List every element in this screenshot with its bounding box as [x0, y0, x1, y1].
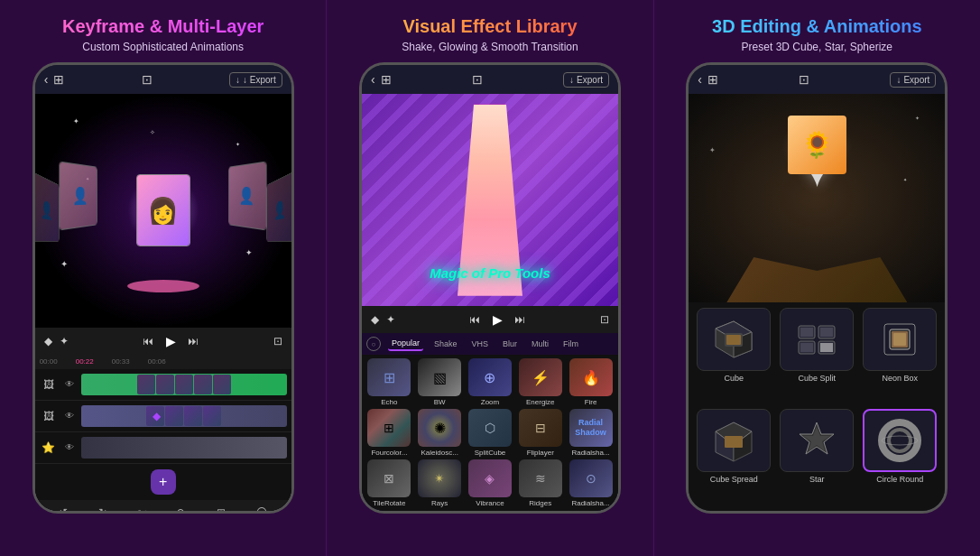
diamond-icon-2[interactable]: ◆: [371, 313, 379, 326]
tab-multi[interactable]: Multi: [528, 338, 552, 350]
copy-icon-1[interactable]: ⊞: [217, 506, 226, 511]
tab-shake[interactable]: Shake: [430, 338, 461, 350]
effect-3d-cube-spread[interactable]: Cube Spread: [694, 409, 773, 506]
play-button-2[interactable]: ▶: [487, 310, 507, 329]
scissors-icon-1[interactable]: ✂: [138, 506, 147, 511]
effect-fliplayer[interactable]: ⊟ Fliplayer: [516, 409, 564, 457]
photo-card-right: 👤: [228, 161, 266, 230]
effect-3d-cube-split[interactable]: Cube Split: [777, 308, 856, 405]
star-ctrl-icon-1[interactable]: ✦: [60, 335, 69, 348]
loop-icon-1[interactable]: ⟳: [177, 506, 186, 511]
crop-icon-1[interactable]: ⊡: [142, 72, 153, 87]
add-layer-button[interactable]: +: [151, 469, 176, 495]
effect-radial-shadow-label: Radialsha...: [571, 449, 609, 457]
fullscreen-icon-2[interactable]: ⊡: [600, 313, 609, 326]
track-3-content[interactable]: [81, 437, 287, 459]
bg-star-2: ✦: [709, 146, 716, 154]
3d-effects-grid: Cube: [689, 302, 945, 511]
track-2: 🖼 👁 ◆: [35, 401, 291, 432]
effect-zoom-label: Zoom: [481, 398, 499, 406]
effect-kaleidoscope[interactable]: ✺ Kaleidosc...: [416, 409, 464, 457]
next-icon-1[interactable]: ⏭: [188, 335, 199, 348]
effect-rays[interactable]: ✴ Rays: [416, 459, 464, 507]
cube-spread-thumb: [697, 409, 771, 472]
effect-3d-cube[interactable]: Cube: [694, 308, 773, 405]
tab-film[interactable]: Film: [559, 338, 582, 350]
effect-tilerotate[interactable]: ⊠ TileRotate: [365, 459, 413, 507]
effect-3d-circle-round[interactable]: Circle Round: [860, 409, 939, 506]
layers-icon-3[interactable]: ⊞: [707, 72, 718, 87]
playback-controls-2: ◆ ✦ ⏮ ▶ ⏭ ⊡: [362, 306, 618, 333]
back-icon-1[interactable]: ‹: [44, 72, 49, 87]
timeline-area-1: 00:00 00:22 00:33 00:06 🖼 👁: [35, 355, 291, 500]
track-2-eye-icon[interactable]: 👁: [62, 409, 77, 423]
effect-rays-thumb: ✴: [418, 459, 461, 497]
export-button-1[interactable]: ↓ ↓ Export: [229, 72, 282, 88]
track-1-content[interactable]: [81, 374, 287, 395]
track-1-eye-icon[interactable]: 👁: [62, 377, 77, 392]
layers-icon-1[interactable]: ⊞: [53, 72, 64, 87]
star-thumb: [780, 409, 854, 472]
svg-rect-16: [893, 333, 906, 346]
effect-bw-label: BW: [434, 398, 446, 406]
magic-text: Magic of Pro Tools: [430, 265, 550, 281]
fullscreen-icon-1[interactable]: ⊡: [273, 335, 282, 348]
effect-fire-label: Fire: [585, 398, 597, 406]
star-ctrl-icon-2[interactable]: ✦: [386, 313, 395, 326]
back-icon-2[interactable]: ‹: [371, 72, 375, 87]
export-button-3[interactable]: ↓Export: [890, 72, 936, 88]
sparkle-2: ✦: [236, 141, 240, 147]
effect-splitcube[interactable]: ⬡ SplitCube: [467, 409, 514, 457]
panel-2-subtitle: Shake, Glowing & Smooth Transition: [402, 41, 578, 53]
effect-tilerotate-thumb: ⊠: [367, 459, 411, 497]
effect-3d-neon-box[interactable]: Neon Box: [860, 308, 939, 405]
bg-star-3: ✦: [903, 177, 907, 182]
back-icon-3[interactable]: ‹: [698, 72, 702, 87]
crop-icon-3[interactable]: ⊡: [799, 72, 809, 87]
prev-icon-2[interactable]: ⏮: [469, 313, 480, 326]
panel-keyframe: Keyframe & Multi-Layer Custom Sophistica…: [0, 0, 327, 556]
effect-fourcolor-label: Fourcolor...: [371, 449, 407, 457]
svg-rect-8: [820, 328, 833, 337]
tab-popular[interactable]: Popular: [388, 337, 423, 351]
keyframe-diamond: ◆: [153, 410, 161, 422]
track-3-eye-icon[interactable]: 👁: [62, 440, 77, 455]
sparkle-5: ✦: [245, 248, 253, 257]
effect-energize[interactable]: ⚡ Energize: [516, 358, 564, 406]
track-3: ⭐ 👁: [35, 432, 291, 464]
next-icon-2[interactable]: ⏭: [514, 313, 525, 326]
track-2-content[interactable]: ◆: [81, 405, 287, 427]
export-button-2[interactable]: ↓Export: [563, 72, 609, 88]
effect-3d-star[interactable]: Star: [777, 409, 856, 506]
effect-radialsha-2[interactable]: ⊙ Radialsha...: [567, 459, 615, 507]
effect-ridges[interactable]: ≋ Ridges: [516, 459, 564, 507]
effect-tilerotate-label: TileRotate: [373, 499, 405, 507]
star-label: Star: [809, 475, 825, 484]
tab-vhs[interactable]: VHS: [468, 338, 493, 350]
effect-fourcolor[interactable]: ⊞ Fourcolor...: [365, 409, 413, 457]
effect-vibrance[interactable]: ◈ Vibrance: [467, 459, 514, 507]
effect-splitcube-thumb: ⬡: [468, 409, 512, 447]
redo-icon-1[interactable]: ↻: [98, 506, 107, 511]
layers-icon-2[interactable]: ⊞: [381, 72, 392, 87]
effect-radial-shadow[interactable]: RadialShadow Radialsha...: [567, 409, 615, 457]
effect-echo[interactable]: ⊞ Echo: [365, 358, 413, 406]
effect-radial-shadow-thumb: RadialShadow: [569, 409, 613, 447]
effect-zoom[interactable]: ⊕ Zoom: [467, 358, 514, 406]
effect-deselect[interactable]: ○: [366, 337, 381, 351]
tab-blur[interactable]: Blur: [499, 338, 521, 350]
effect-fire[interactable]: 🔥 Fire: [567, 358, 615, 406]
add-layer-row: +: [35, 464, 291, 500]
undo-icon-1[interactable]: ↺: [59, 506, 68, 511]
play-button-1[interactable]: ▶: [161, 331, 180, 351]
crop-icon-2[interactable]: ⊡: [472, 72, 483, 87]
panel-3d-editing: 3D Editing & Animations Preset 3D Cube, …: [654, 0, 980, 556]
heart-inner-photo: 🌻: [788, 116, 846, 174]
effect-fliplayer-thumb: ⊟: [519, 409, 562, 447]
magic-icon-1[interactable]: ⦿: [256, 506, 267, 511]
diamond-icon-1[interactable]: ◆: [44, 335, 52, 348]
circle-round-label: Circle Round: [876, 475, 923, 484]
carousel-3d: ✦ ✦ ✦ ✧ ✦ ✦ 👤 👤 👩: [35, 94, 291, 328]
effect-bw[interactable]: ▧ BW: [416, 358, 464, 406]
prev-icon-1[interactable]: ⏮: [143, 335, 153, 348]
